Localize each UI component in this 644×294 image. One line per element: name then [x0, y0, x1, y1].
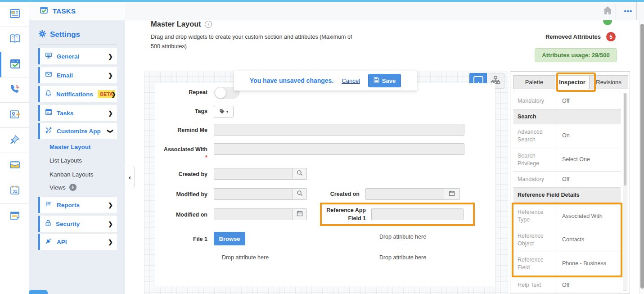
- inspector-scrollbar-thumb[interactable]: [624, 93, 626, 185]
- rail-item-contacts[interactable]: [0, 103, 29, 128]
- reference-rows-highlight: Reference Type Associated With Reference…: [512, 203, 622, 277]
- created-on-calendar-addon[interactable]: [444, 188, 460, 200]
- property-row[interactable]: Mandatory Off: [513, 172, 621, 188]
- module-title: TASKS: [53, 7, 76, 15]
- rail-item-pin[interactable]: [0, 128, 29, 153]
- sidebar-subitem-master-layout[interactable]: Master Layout: [50, 144, 91, 150]
- chevron-down-icon: ❯: [107, 129, 114, 134]
- collapse-chevron-icon: ‹: [129, 173, 131, 181]
- chevron-right-icon: ❯: [108, 72, 113, 79]
- reference-app-field-input[interactable]: [371, 208, 464, 220]
- sidebar-item-label: API: [57, 239, 67, 245]
- field-row-remind-me: Remind Me: [155, 124, 464, 136]
- section-header-reference: Reference Field Details: [513, 188, 621, 203]
- property-row[interactable]: Reference Type Associated With: [513, 204, 621, 228]
- property-value: On: [557, 124, 621, 148]
- property-value: Off: [557, 172, 621, 187]
- property-row[interactable]: Advanced Search On: [513, 124, 621, 148]
- created-by-input[interactable]: [214, 168, 293, 180]
- sidebar-item-reports[interactable]: Reports ❯: [38, 197, 117, 213]
- lock-icon: [45, 219, 51, 228]
- sidebar-collapse-handle[interactable]: ‹: [126, 166, 135, 188]
- tab-palette[interactable]: Palette: [513, 75, 555, 89]
- sidebar-item-email[interactable]: Email ❯: [38, 67, 117, 83]
- calendar-31-icon: 31: [9, 184, 21, 198]
- property-row[interactable]: Reference Field Phone - Business: [513, 252, 621, 276]
- field-label: Created on: [315, 188, 365, 197]
- modified-on-input[interactable]: [214, 208, 293, 220]
- field-row-modified-on: Modified on Reference App Field 1: [155, 208, 307, 220]
- attributes-usage-pill: Attributes usage: 29/500: [535, 48, 617, 62]
- sidebar-item-label: Notifications: [56, 91, 93, 98]
- field-row-repeat: Repeat: [155, 86, 239, 99]
- modified-on-calendar-addon[interactable]: [293, 208, 307, 220]
- more-options-button[interactable]: •••: [618, 5, 638, 17]
- sidebar-subitem-kanban-layouts[interactable]: Kanban Layouts: [50, 171, 94, 178]
- inspector-scrollbar[interactable]: [623, 93, 627, 291]
- sidebar-item-label: General: [57, 53, 79, 60]
- rail-item-phone[interactable]: [0, 77, 29, 103]
- add-view-button[interactable]: +: [69, 184, 77, 191]
- drop-zone[interactable]: Drop attribute here: [209, 254, 281, 261]
- created-by-search-addon[interactable]: [293, 168, 307, 180]
- sidebar-subitem-list-layouts[interactable]: List Layouts: [50, 157, 82, 164]
- page-scrollbar-thumb[interactable]: [640, 24, 644, 289]
- mail-icon: [9, 159, 21, 172]
- remind-me-input[interactable]: [214, 124, 464, 136]
- modified-by-search-addon[interactable]: [293, 188, 307, 200]
- property-row[interactable]: Search Privilege Select One: [513, 148, 621, 172]
- save-button[interactable]: Save: [368, 74, 401, 87]
- modified-by-input[interactable]: [214, 188, 293, 200]
- tags-button[interactable]: ▾: [214, 106, 234, 118]
- property-row[interactable]: Mandatory Off: [513, 93, 621, 109]
- notes-icon: [9, 209, 21, 223]
- page-description: Drag and drop widgets to create your cus…: [151, 32, 361, 51]
- sidebar-item-general[interactable]: General ❯: [38, 48, 117, 64]
- rail-item-calendar[interactable]: 31: [0, 178, 29, 204]
- sidebar-item-label: Tasks: [57, 110, 73, 117]
- property-row[interactable]: Reference Object Contacts: [513, 228, 621, 252]
- phone-icon: [9, 83, 21, 97]
- created-on-group: [365, 188, 460, 200]
- settings-section-title: Settings: [50, 30, 80, 39]
- rail-item-news[interactable]: [0, 2, 29, 27]
- rail-item-book[interactable]: [0, 27, 29, 52]
- info-icon[interactable]: i: [205, 21, 212, 28]
- chevron-right-icon: ❯: [108, 53, 113, 60]
- master-layout-form: Repeat Tags ▾ Remind Me: [155, 83, 495, 286]
- sidebar-item-api[interactable]: API ❯: [38, 234, 117, 250]
- caret-down-icon: ▾: [226, 109, 229, 114]
- sidebar-subitem-views[interactable]: Views +: [50, 184, 77, 191]
- sidebar-item-security[interactable]: Security ❯: [38, 216, 117, 232]
- reference-label-line1: Reference App: [326, 207, 366, 213]
- divider: [38, 44, 117, 45]
- app-icon-rail: 31: [0, 2, 29, 294]
- tab-revisions[interactable]: Revisions: [590, 75, 628, 89]
- field-label: Repeat: [155, 86, 214, 96]
- property-label: Help Text: [513, 277, 557, 293]
- page-scrollbar[interactable]: [639, 20, 644, 294]
- sidebar-item-tasks[interactable]: Tasks ❯: [38, 105, 117, 121]
- sidebar-item-notifications[interactable]: Notifications BETA ❯: [38, 86, 117, 102]
- rail-item-tasks[interactable]: [0, 52, 29, 77]
- modified-by-group: [214, 188, 307, 200]
- rail-item-notes[interactable]: [0, 204, 29, 229]
- cancel-link[interactable]: Cancel: [342, 77, 360, 84]
- home-button[interactable]: [601, 5, 614, 18]
- browse-button[interactable]: Browse: [214, 232, 245, 245]
- tab-inspector[interactable]: Inspector: [555, 75, 590, 89]
- bottom-action-nub[interactable]: [29, 290, 48, 294]
- drop-zone[interactable]: Drop attribute here: [367, 254, 439, 261]
- main-topbar: •••: [125, 2, 644, 20]
- created-on-input[interactable]: [365, 188, 444, 200]
- save-label: Save: [382, 77, 396, 84]
- field-row-tags: Tags ▾: [155, 105, 234, 118]
- section-header-search: Search: [513, 109, 621, 124]
- rail-item-mail[interactable]: [0, 153, 29, 178]
- property-row[interactable]: Help Text Off: [513, 277, 621, 294]
- drop-zone[interactable]: Drop attribute here: [367, 234, 439, 240]
- associated-with-input[interactable]: [214, 143, 464, 155]
- sidebar-subitem-label: Master Layout: [50, 144, 91, 150]
- sidebar-item-customize-app[interactable]: Customize App ❯: [38, 123, 117, 139]
- sidebar-item-label: Security: [56, 221, 80, 227]
